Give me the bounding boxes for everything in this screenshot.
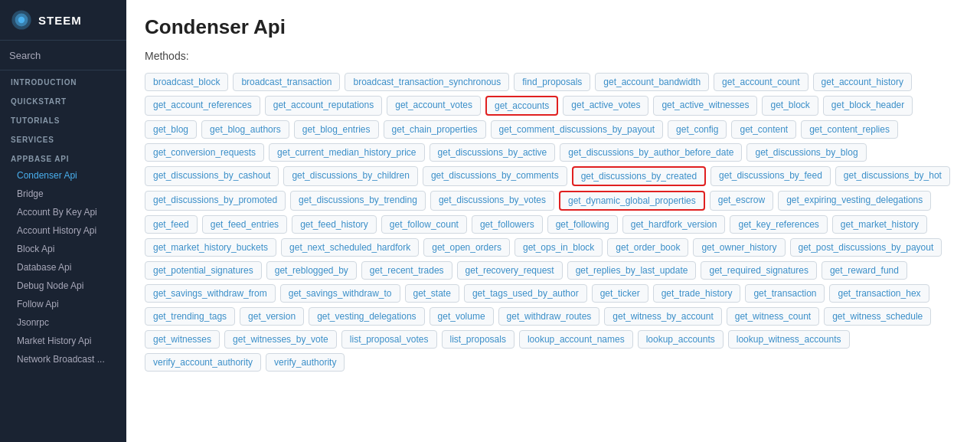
method-tag-get_content[interactable]: get_content — [731, 120, 796, 139]
method-tag-get_required_signatures[interactable]: get_required_signatures — [701, 261, 816, 280]
method-tag-get_blog[interactable]: get_blog — [145, 120, 197, 139]
method-tag-get_version[interactable]: get_version — [240, 307, 304, 326]
method-tag-lookup_account_names[interactable]: lookup_account_names — [519, 330, 633, 349]
method-tag-get_tags_used_by_author[interactable]: get_tags_used_by_author — [464, 284, 587, 303]
method-tag-get_key_references[interactable]: get_key_references — [730, 215, 827, 234]
sidebar-item-follow-api[interactable]: Follow Api — [0, 295, 126, 313]
method-tag-get_account_history[interactable]: get_account_history — [813, 73, 912, 91]
method-tag-get_owner_history[interactable]: get_owner_history — [693, 238, 785, 257]
method-tag-get_recovery_request[interactable]: get_recovery_request — [457, 261, 563, 280]
method-tag-get_comment_discussions_by_payout[interactable]: get_comment_discussions_by_payout — [491, 120, 663, 139]
method-tag-broadcast_transaction[interactable]: broadcast_transaction — [233, 73, 340, 91]
method-tag-get_following[interactable]: get_following — [547, 215, 618, 234]
sidebar-item-account-history[interactable]: Account History Api — [0, 221, 126, 240]
method-tag-get_potential_signatures[interactable]: get_potential_signatures — [145, 261, 262, 280]
sidebar-item-market-history[interactable]: Market History Api — [0, 332, 126, 350]
method-tag-get_witness_schedule[interactable]: get_witness_schedule — [824, 307, 931, 326]
method-tag-get_account_votes[interactable]: get_account_votes — [387, 96, 481, 116]
method-tag-get_open_orders[interactable]: get_open_orders — [423, 238, 510, 257]
method-tag-get_chain_properties[interactable]: get_chain_properties — [384, 120, 486, 139]
method-tag-get_discussions_by_hot[interactable]: get_discussions_by_hot — [835, 166, 950, 186]
method-tag-list_proposal_votes[interactable]: list_proposal_votes — [341, 330, 437, 349]
method-tag-get_witnesses[interactable]: get_witnesses — [145, 330, 220, 349]
method-tag-get_account_references[interactable]: get_account_references — [145, 96, 260, 116]
sidebar-item-condenser-api[interactable]: Condenser Api — [0, 166, 126, 185]
method-tag-get_discussions_by_trending[interactable]: get_discussions_by_trending — [290, 191, 426, 211]
method-tag-get_trade_history[interactable]: get_trade_history — [653, 284, 741, 303]
method-tag-get_witness_by_account[interactable]: get_witness_by_account — [604, 307, 721, 326]
method-tag-get_active_votes[interactable]: get_active_votes — [563, 96, 648, 116]
method-tag-get_market_history[interactable]: get_market_history — [832, 215, 927, 234]
method-tag-get_post_discussions_by_payout[interactable]: get_post_discussions_by_payout — [790, 238, 942, 257]
method-tag-broadcast_block[interactable]: broadcast_block — [145, 73, 228, 91]
method-tag-get_account_count[interactable]: get_account_count — [714, 73, 808, 91]
method-tag-get_state[interactable]: get_state — [405, 284, 459, 303]
sidebar-item-database-api[interactable]: Database Api — [0, 258, 126, 277]
sidebar-item-debug-node[interactable]: Debug Node Api — [0, 277, 126, 295]
method-tag-lookup_witness_accounts[interactable]: lookup_witness_accounts — [728, 330, 850, 349]
method-tag-get_volume[interactable]: get_volume — [430, 307, 494, 326]
method-tag-get_conversion_requests[interactable]: get_conversion_requests — [145, 143, 264, 162]
method-tag-get_reblogged_by[interactable]: get_reblogged_by — [266, 261, 357, 280]
method-tag-find_proposals[interactable]: find_proposals — [514, 73, 590, 91]
sidebar-item-block-api[interactable]: Block Api — [0, 240, 126, 258]
sidebar-item-account-by-key[interactable]: Account By Key Api — [0, 203, 126, 221]
method-tag-get_discussions_by_active[interactable]: get_discussions_by_active — [430, 143, 556, 162]
method-tag-get_blog_entries[interactable]: get_blog_entries — [294, 120, 379, 139]
method-tag-get_discussions_by_author_before_date[interactable]: get_discussions_by_author_before_date — [560, 143, 742, 162]
sidebar-item-jsonrpc[interactable]: Jsonrpc — [0, 313, 126, 332]
method-tag-get_recent_trades[interactable]: get_recent_trades — [361, 261, 452, 280]
method-tag-get_reward_fund[interactable]: get_reward_fund — [822, 261, 907, 280]
sidebar-item-bridge[interactable]: Bridge — [0, 185, 126, 203]
method-tag-get_config[interactable]: get_config — [668, 120, 727, 139]
method-tag-get_feed_entries[interactable]: get_feed_entries — [202, 215, 287, 234]
method-tag-get_ticker[interactable]: get_ticker — [592, 284, 648, 303]
method-tag-get_transaction[interactable]: get_transaction — [745, 284, 825, 303]
method-tag-lookup_accounts[interactable]: lookup_accounts — [638, 330, 724, 349]
method-tag-get_content_replies[interactable]: get_content_replies — [801, 120, 898, 139]
method-tag-get_ops_in_block[interactable]: get_ops_in_block — [514, 238, 603, 257]
method-tag-get_block[interactable]: get_block — [762, 96, 818, 116]
method-tag-get_blog_authors[interactable]: get_blog_authors — [201, 120, 289, 139]
method-tag-get_discussions_by_cashout[interactable]: get_discussions_by_cashout — [145, 166, 279, 186]
method-tag-get_replies_by_last_update[interactable]: get_replies_by_last_update — [567, 261, 697, 280]
method-tag-broadcast_transaction_synchronous[interactable]: broadcast_transaction_synchronous — [345, 73, 509, 91]
sidebar-search-area[interactable]: Search — [0, 41, 126, 70]
method-tag-get_dynamic_global_properties[interactable]: get_dynamic_global_properties — [559, 191, 705, 211]
method-tag-get_account_reputations[interactable]: get_account_reputations — [265, 96, 382, 116]
method-tag-get_hardfork_version[interactable]: get_hardfork_version — [622, 215, 726, 234]
method-tag-verify_account_authority[interactable]: verify_account_authority — [145, 353, 261, 372]
method-tag-get_discussions_by_comments[interactable]: get_discussions_by_comments — [423, 166, 567, 186]
method-tag-get_discussions_by_feed[interactable]: get_discussions_by_feed — [710, 166, 831, 186]
method-tag-get_account_bandwidth[interactable]: get_account_bandwidth — [595, 73, 709, 91]
method-tag-get_discussions_by_blog[interactable]: get_discussions_by_blog — [746, 143, 866, 162]
method-tag-get_accounts[interactable]: get_accounts — [485, 96, 558, 116]
method-tag-get_market_history_buckets[interactable]: get_market_history_buckets — [145, 238, 276, 257]
method-tag-get_discussions_by_promoted[interactable]: get_discussions_by_promoted — [145, 191, 286, 211]
method-tag-get_active_witnesses[interactable]: get_active_witnesses — [653, 96, 757, 116]
method-tag-get_discussions_by_children[interactable]: get_discussions_by_children — [283, 166, 417, 186]
method-tag-get_escrow[interactable]: get_escrow — [710, 191, 773, 211]
method-tag-get_feed[interactable]: get_feed — [145, 215, 198, 234]
method-tag-get_followers[interactable]: get_followers — [472, 215, 543, 234]
method-tag-get_expiring_vesting_delegations[interactable]: get_expiring_vesting_delegations — [778, 191, 931, 211]
method-tag-get_discussions_by_created[interactable]: get_discussions_by_created — [572, 166, 706, 186]
method-tag-get_discussions_by_votes[interactable]: get_discussions_by_votes — [430, 191, 554, 211]
method-tag-get_witness_count[interactable]: get_witness_count — [727, 307, 819, 326]
method-tag-get_trending_tags[interactable]: get_trending_tags — [145, 307, 235, 326]
method-tag-get_witnesses_by_vote[interactable]: get_witnesses_by_vote — [224, 330, 337, 349]
method-tag-get_savings_withdraw_to[interactable]: get_savings_withdraw_to — [280, 284, 400, 303]
method-tag-get_transaction_hex[interactable]: get_transaction_hex — [829, 284, 929, 303]
method-tag-get_current_median_history_price[interactable]: get_current_median_history_price — [269, 143, 424, 162]
method-tag-get_follow_count[interactable]: get_follow_count — [381, 215, 467, 234]
method-tag-get_order_book[interactable]: get_order_book — [607, 238, 688, 257]
sidebar-item-network-broadcast[interactable]: Network Broadcast ... — [0, 350, 126, 368]
method-tag-list_proposals[interactable]: list_proposals — [442, 330, 514, 349]
method-tag-get_feed_history[interactable]: get_feed_history — [292, 215, 377, 234]
method-tag-get_withdraw_routes[interactable]: get_withdraw_routes — [498, 307, 600, 326]
method-tag-get_savings_withdraw_from[interactable]: get_savings_withdraw_from — [145, 284, 276, 303]
method-tag-get_vesting_delegations[interactable]: get_vesting_delegations — [309, 307, 424, 326]
method-tag-get_block_header[interactable]: get_block_header — [823, 96, 913, 116]
method-tag-get_next_scheduled_hardfork[interactable]: get_next_scheduled_hardfork — [281, 238, 419, 257]
method-tag-verify_authority[interactable]: verify_authority — [266, 353, 345, 372]
